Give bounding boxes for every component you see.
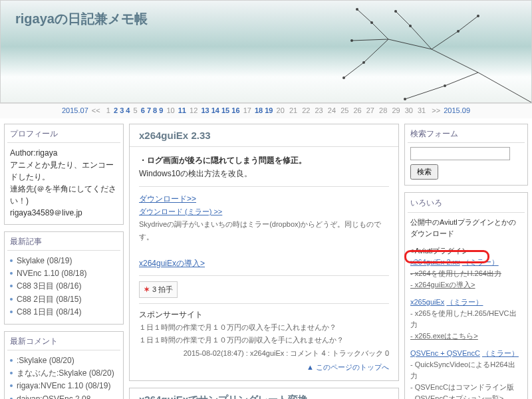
svg-point-10 [404, 98, 406, 100]
article-2: x264guiExでサンプリングレート変換 [129, 388, 399, 399]
article-p1: ・ログ画面が後ろに隠れてしまう問題を修正。 [139, 156, 307, 165]
cal-day-6[interactable]: 6 [141, 106, 145, 114]
list-item[interactable]: daiyan:QSVEnc 2.08 (08/19) [10, 393, 118, 400]
qsvenc-desc2: - QSVEncCはコマンドライン版 [410, 383, 514, 391]
cal-day-30: 30 [404, 106, 414, 114]
svg-point-8 [342, 76, 345, 79]
cal-day-10: 10 [165, 106, 176, 114]
sponsor-heading: スポンサーサイト [139, 308, 389, 321]
cal-day-18[interactable]: 18 [255, 106, 263, 114]
recent-comments-box: 最新コメント :Skylake (08/20)まなぶんた:Skylake (08… [4, 331, 124, 399]
qsvenc-link[interactable]: QSVEnc + QSVEncC [410, 349, 480, 357]
search-input[interactable] [410, 147, 510, 160]
cal-day-22: 22 [301, 106, 311, 114]
iroiro-intro: 公開中のAviutlプラグインとかのダウンロード [410, 217, 522, 239]
x264guiex-link[interactable]: x264guiEx 2.xx [410, 258, 460, 266]
cal-day-7[interactable]: 7 [147, 106, 151, 114]
cal-day-3[interactable]: 3 [120, 106, 124, 114]
cal-day-5: 5 [132, 106, 139, 114]
sponsor-line2[interactable]: １日１時間の作業で月１０万円の副収入を手に入れませんか？ [139, 334, 389, 346]
search-heading: 検索フォーム [408, 127, 525, 143]
cal-day-28: 28 [378, 106, 388, 114]
profile-author-label: Author: [10, 148, 36, 158]
cal-day-9[interactable]: 9 [159, 106, 163, 114]
site-title[interactable]: rigayaの日記兼メモ帳 [1, 1, 531, 28]
list-item[interactable]: :Skylake (08/20) [10, 354, 118, 367]
profile-line2: 連絡先(＠を半角にしてください！) [10, 184, 116, 205]
list-item[interactable]: NVEnc 1.10 (08/18) [10, 267, 118, 280]
cal-day-2[interactable]: 2 [114, 106, 118, 114]
pagetop-icon: ▲ [307, 363, 314, 371]
article-p2: Windows10の検出方法を改良。 [139, 167, 389, 180]
site-header: rigayaの日記兼メモ帳 [0, 0, 532, 103]
cal-day-15[interactable]: 15 [221, 106, 229, 114]
qsvenc-mirror[interactable]: （ミラー） [482, 349, 519, 357]
sponsor-line1[interactable]: １日１時間の作業で月１０万円の収入を手に入れませんか？ [139, 321, 389, 334]
article-2-title[interactable]: x264guiExでサンプリングレート変換 [130, 388, 398, 399]
list-item[interactable]: C88 2日目 (08/15) [10, 293, 118, 306]
cal-day-12: 12 [188, 106, 199, 114]
cal-prev-sym: << [90, 106, 102, 114]
clap-button[interactable]: ✶3 拍手 [139, 281, 178, 298]
x265guiex-link[interactable]: x265guiEx [410, 298, 444, 306]
download-link[interactable]: ダウンロード>> [139, 194, 196, 203]
x265guiex-mirror[interactable]: （ミラー） [446, 298, 483, 306]
list-item[interactable]: Skylake (08/19) [10, 255, 118, 267]
profile-heading: プロフィール [7, 127, 120, 143]
profile-email: rigaya34589＠live.jp [10, 208, 82, 217]
cal-day-20: 20 [275, 106, 286, 114]
iroiro-box: いろいろ 公開中のAviutlプラグインとかのダウンロード ○Aviutlプラグ… [404, 192, 528, 399]
cal-day-29: 29 [390, 106, 401, 114]
cal-day-17: 17 [242, 106, 253, 114]
svg-point-7 [362, 61, 365, 64]
article-title[interactable]: x264guiEx 2.33 [130, 124, 398, 147]
x264guiex-mirror[interactable]: （ミラー） [462, 258, 499, 266]
cal-prev-month[interactable]: 2015.07 [62, 106, 88, 114]
svg-point-6 [350, 39, 353, 42]
article-1: x264guiEx 2.33 ・ログ画面が後ろに隠れてしまう問題を修正。 Win… [129, 124, 399, 381]
cal-day-13[interactable]: 13 [201, 106, 209, 114]
cal-day-24: 24 [327, 106, 337, 114]
cal-day-21: 21 [288, 106, 299, 114]
cal-day-8[interactable]: 8 [153, 106, 157, 114]
list-item[interactable]: rigaya:NVEnc 1.10 (08/19) [10, 380, 118, 392]
cal-day-1: 1 [105, 106, 112, 114]
x265guiex-desc: - x265を使用したH.265/HEVC出力 [410, 309, 517, 329]
cal-day-25: 25 [339, 106, 350, 114]
cal-day-19[interactable]: 19 [265, 106, 273, 114]
intro-link[interactable]: x264guiExの導入> [139, 259, 205, 268]
list-item[interactable]: C88 1日目 (08/14) [10, 306, 118, 319]
calendar-bar: 2015.07 << 1 2 3 4 5 6 7 8 9 10 11 12 13… [0, 103, 532, 118]
clap-count: 3 拍手 [152, 283, 173, 296]
iroiro-heading: いろいろ [408, 196, 525, 213]
search-button[interactable]: 検索 [410, 164, 438, 180]
download-note: Skydriveの調子がいまいちの時はミラー(dropbox)からどうぞ。同じも… [139, 218, 389, 243]
search-box: 検索フォーム 検索 [404, 124, 528, 186]
clap-icon: ✶ [144, 283, 150, 296]
x264guiex-intro-link[interactable]: - x264guiExの導入> [410, 281, 475, 289]
recent-posts-box: 最新記事 Skylake (08/19)NVEnc 1.10 (08/18)C8… [4, 231, 124, 325]
cal-day-16[interactable]: 16 [231, 106, 239, 114]
svg-point-1 [457, 30, 460, 33]
page-top-link[interactable]: このページのトップへ [316, 363, 389, 371]
profile-line1: アニメとか見たり、エンコードしたり。 [10, 160, 114, 182]
cal-day-11[interactable]: 11 [178, 106, 186, 114]
x264guiex-desc: - x264を使用したH.264出力 [410, 269, 501, 277]
download-mirror-link[interactable]: ダウンロード (ミラー) >> [139, 207, 222, 215]
recent-posts-heading: 最新記事 [7, 235, 120, 251]
recent-comments-heading: 最新コメント [7, 334, 120, 350]
article-meta: 2015-08-02(18:47) : x264guiEx : コメント 4 :… [130, 348, 398, 361]
list-item[interactable]: まなぶんた:Skylake (08/20) [10, 367, 118, 380]
cal-day-27: 27 [365, 106, 376, 114]
cal-day-4[interactable]: 4 [126, 106, 130, 114]
iroiro-del: ○Aviutlプラグイン [410, 245, 522, 257]
cal-day-14[interactable]: 14 [211, 106, 219, 114]
profile-author: rigaya [36, 148, 58, 158]
cal-next-sym: >> [430, 106, 442, 114]
cal-day-23: 23 [314, 106, 325, 114]
list-item[interactable]: C88 3日目 (08/16) [10, 280, 118, 293]
profile-box: プロフィール Author:rigaya アニメとか見たり、エンコードしたり。 … [4, 124, 124, 225]
x265exe-link[interactable]: - x265.exeはこちら> [410, 332, 478, 340]
cal-next-month[interactable]: 2015.09 [444, 106, 470, 114]
qsvenc-options-link[interactable]: - QSVEncCオプション一覧> [410, 394, 503, 399]
